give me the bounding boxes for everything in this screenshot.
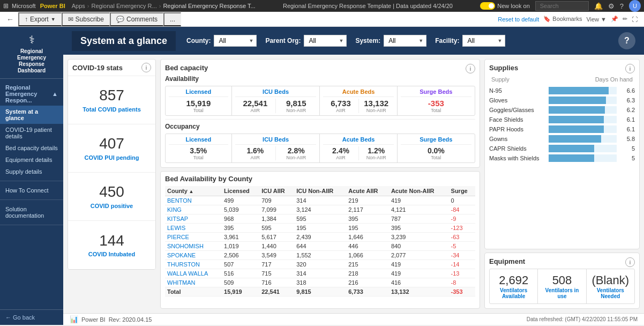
cell-acute-non: 4,121 bbox=[389, 205, 449, 214]
col-icu-aiir[interactable]: ICU AIIR bbox=[259, 186, 294, 196]
filter-system: System: All bbox=[355, 35, 426, 47]
nav-reg1[interactable]: Regional Emergency R... bbox=[91, 3, 156, 9]
supply-bar bbox=[549, 154, 594, 162]
avail-surge: Surge Beds -353 Total bbox=[398, 86, 475, 115]
search-icon[interactable] bbox=[535, 1, 589, 11]
bed-capacity-info[interactable]: i bbox=[466, 64, 475, 73]
avail-surge-val: -353 bbox=[428, 99, 444, 108]
sidebar-item-solution-docs[interactable]: Solution documentation bbox=[0, 203, 63, 221]
availability-grid: Licensed 15,919 Total ICU Beds bbox=[165, 86, 475, 116]
col-licensed[interactable]: Licensed bbox=[222, 186, 259, 196]
supply-bar-wrap bbox=[549, 125, 617, 133]
stat-covid-intubated: 144 COVID Intubated bbox=[68, 221, 155, 269]
supply-item-value: 6.1 bbox=[620, 126, 635, 132]
equipment-info[interactable]: i bbox=[625, 257, 635, 267]
cell-acute-non: 395 bbox=[389, 224, 449, 233]
county-select-wrap[interactable]: All bbox=[214, 35, 257, 47]
cell-acute-aiir: 1,066 bbox=[346, 251, 389, 260]
microsoft-label: Microsoft bbox=[12, 3, 36, 9]
search-input[interactable] bbox=[535, 1, 589, 11]
supply-item-name: Gowns bbox=[489, 136, 545, 142]
sidebar-item-equipment[interactable]: Equipment details bbox=[0, 154, 63, 166]
avail-acute-aiir-col: 6,733 AIIR bbox=[323, 99, 358, 113]
main-layout: ⚕ Regional Emergency Response Dashboard … bbox=[0, 27, 644, 325]
stat-covid-positive: 450 COVID positive bbox=[68, 173, 155, 221]
covid-stats-info[interactable]: i bbox=[141, 63, 151, 72]
user-avatar[interactable]: U bbox=[629, 0, 641, 12]
go-back-button[interactable]: ← Go back bbox=[0, 309, 63, 325]
parent-org-select[interactable]: All bbox=[304, 35, 347, 47]
sidebar-item-supply[interactable]: Supply details bbox=[0, 166, 63, 177]
settings-icon[interactable]: ⚙ bbox=[608, 2, 615, 10]
supply-col-label: Supply bbox=[491, 76, 510, 83]
nav-apps[interactable]: Apps bbox=[72, 3, 85, 9]
pin-icon[interactable]: 📌 bbox=[611, 16, 618, 23]
fullscreen-icon[interactable]: ⛶ bbox=[632, 16, 638, 23]
cell-icu-non: 320 bbox=[294, 260, 346, 269]
table-row: LEWIS 395 595 195 195 395 -123 bbox=[165, 224, 475, 233]
col-acute-aiir[interactable]: Acute AIIR bbox=[346, 186, 389, 196]
county-select[interactable]: All bbox=[214, 35, 257, 47]
col-acute-non-aiir[interactable]: Acute Non-AIIR bbox=[389, 186, 449, 196]
sidebar-item-system-glance[interactable]: System at a glance bbox=[0, 106, 63, 124]
occ-acute-aiir-val: 2.4% bbox=[332, 146, 349, 155]
avail-icu-nonaiir-val: 9,815 bbox=[286, 99, 306, 108]
supplies-info[interactable]: i bbox=[625, 64, 635, 73]
reset-button[interactable]: Reset to default bbox=[498, 16, 539, 23]
nav-reg2[interactable]: Regional Emergency Response T... bbox=[163, 3, 255, 9]
sidebar-item-bed-capacity[interactable]: Bed capacity details bbox=[0, 142, 63, 154]
cell-acute-aiir: 195 bbox=[346, 224, 389, 233]
subscribe-button[interactable]: ✉ Subscribe bbox=[62, 12, 110, 26]
cell-licensed: 395 bbox=[222, 224, 259, 233]
avail-licensed-col: 15,919 Total bbox=[169, 99, 228, 113]
ms-logo: ⊞ bbox=[3, 2, 9, 10]
cell-surge: -13 bbox=[449, 269, 475, 278]
view-button[interactable]: View ▼ bbox=[586, 16, 606, 23]
stat-value-0: 857 bbox=[99, 87, 124, 104]
col-icu-non-aiir[interactable]: ICU Non-AIIR bbox=[294, 186, 346, 196]
cell-icu-aiir: 716 bbox=[259, 278, 294, 287]
cell-icu-non: 3,124 bbox=[294, 205, 346, 214]
cell-licensed: 509 bbox=[222, 278, 259, 287]
avail-licensed: Licensed 15,919 Total bbox=[166, 86, 232, 115]
avail-acute: Acute Beds 6,733 AIIR 13,132 Non-AIIR bbox=[320, 86, 397, 115]
cell-county: WHITMAN bbox=[165, 278, 222, 287]
system-select[interactable]: All bbox=[384, 35, 426, 47]
content-area: System at a glance County: All Parent Or… bbox=[63, 27, 644, 325]
pencil-icon[interactable]: ✏ bbox=[623, 16, 627, 23]
sidebar-section-header[interactable]: Regional Emergency Respon... ▲ bbox=[0, 82, 63, 106]
bookmarks-button[interactable]: 🔖 Bookmarks bbox=[543, 16, 582, 23]
occ-licensed-col: 3.5% Total bbox=[169, 146, 228, 160]
equip-label-1: Ventilators in use bbox=[540, 287, 583, 299]
occ-icu-nonaiir-val: 2.8% bbox=[288, 146, 305, 155]
system-select-wrap[interactable]: All bbox=[384, 35, 426, 47]
sidebar-item-covid-patient[interactable]: COVID-19 patient details bbox=[0, 124, 63, 142]
occ-surge-header: Surge Beds bbox=[401, 136, 471, 145]
table-row: WALLA WALLA 516 715 314 218 419 -13 bbox=[165, 269, 475, 278]
col-surge[interactable]: Surge bbox=[449, 186, 475, 196]
sidebar-item-how-to-connect[interactable]: How To Connect bbox=[0, 184, 63, 196]
cell-icu-aiir: 5,617 bbox=[259, 233, 294, 242]
facility-select-wrap[interactable]: All bbox=[462, 35, 505, 47]
help-icon[interactable]: ? bbox=[620, 2, 624, 10]
cell-county: WALLA WALLA bbox=[165, 269, 222, 278]
cell-surge: -8 bbox=[449, 278, 475, 287]
facility-select[interactable]: All bbox=[462, 35, 505, 47]
back-icon[interactable]: ← bbox=[6, 15, 14, 24]
parent-org-select-wrap[interactable]: All bbox=[304, 35, 347, 47]
supply-row: Masks with Shields 5 bbox=[489, 153, 635, 163]
supply-bar bbox=[549, 87, 609, 94]
new-look-toggle[interactable]: New look on bbox=[480, 2, 530, 10]
export-button[interactable]: ↑ Export ▼ bbox=[18, 12, 62, 26]
help-button[interactable]: ? bbox=[618, 32, 635, 49]
occ-surge-sub: Total bbox=[431, 155, 441, 160]
cell-county: KING bbox=[165, 205, 222, 214]
col-county[interactable]: County bbox=[165, 186, 222, 196]
comments-button[interactable]: 💬 Comments bbox=[110, 12, 163, 26]
more-button[interactable]: ... bbox=[163, 12, 181, 26]
supply-bar-wrap bbox=[549, 106, 617, 114]
right-column: Supplies i Supply Days On hand N-95 6.6 … bbox=[484, 59, 640, 309]
cell-acute-aiir: 1,646 bbox=[346, 233, 389, 242]
notification-icon[interactable]: 🔔 bbox=[594, 2, 603, 10]
occ-icu-aiir-sub: AIIR bbox=[251, 155, 260, 160]
